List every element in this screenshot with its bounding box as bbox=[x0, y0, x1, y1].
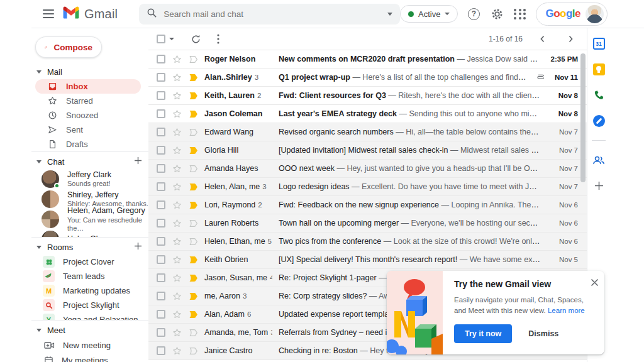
apps-grid-button[interactable] bbox=[513, 6, 528, 21]
star-icon[interactable] bbox=[172, 255, 182, 265]
row-checkbox[interactable] bbox=[157, 237, 165, 246]
close-icon[interactable] bbox=[591, 278, 599, 289]
star-icon[interactable] bbox=[172, 291, 182, 301]
sidebar-item-drafts[interactable]: Drafts bbox=[31, 137, 148, 151]
importance-marker[interactable] bbox=[188, 255, 198, 265]
row-checkbox[interactable] bbox=[157, 219, 165, 228]
dismiss-button[interactable]: Dismiss bbox=[528, 329, 558, 338]
status-selector[interactable]: Active bbox=[400, 5, 458, 23]
mail-section-header[interactable]: Mail bbox=[31, 64, 148, 79]
importance-marker[interactable] bbox=[188, 163, 198, 173]
list-scrollbar[interactable] bbox=[580, 53, 586, 182]
email-row[interactable]: Roger Nelson New comments on MCR2020 dra… bbox=[148, 50, 587, 69]
row-checkbox[interactable] bbox=[157, 346, 165, 355]
sidebar-item-snoozed[interactable]: Snoozed bbox=[31, 108, 148, 123]
row-checkbox[interactable] bbox=[157, 109, 165, 118]
star-icon[interactable] bbox=[172, 163, 182, 173]
search-icon[interactable] bbox=[147, 8, 157, 21]
profile-avatar[interactable] bbox=[586, 5, 604, 23]
star-icon[interactable] bbox=[172, 182, 182, 192]
voice-app-button[interactable] bbox=[592, 89, 606, 102]
row-checkbox[interactable] bbox=[157, 182, 165, 191]
star-icon[interactable] bbox=[172, 346, 182, 356]
room-item[interactable]: M Marketing updates bbox=[31, 283, 148, 298]
email-row[interactable]: Keith, Lauren2 Fwd: Client resources for… bbox=[148, 87, 587, 105]
contacts-app-button[interactable] bbox=[592, 153, 606, 167]
importance-marker[interactable] bbox=[188, 273, 198, 283]
calendar-app-button[interactable]: 31 bbox=[592, 37, 606, 50]
meet-section-header[interactable]: Meet bbox=[31, 322, 148, 337]
add-chat-icon[interactable] bbox=[134, 156, 142, 167]
row-checkbox[interactable] bbox=[157, 255, 165, 264]
star-icon[interactable] bbox=[172, 309, 182, 319]
importance-marker[interactable] bbox=[188, 309, 198, 319]
row-checkbox[interactable] bbox=[157, 91, 165, 100]
importance-marker[interactable] bbox=[188, 346, 198, 356]
row-checkbox[interactable] bbox=[157, 292, 165, 300]
star-icon[interactable] bbox=[172, 54, 182, 64]
email-row[interactable]: Edward Wang Revised organic search numbe… bbox=[148, 123, 587, 141]
email-row[interactable]: Gloria Hill [Updated invitation] Midwest… bbox=[148, 141, 587, 160]
importance-marker[interactable] bbox=[188, 182, 198, 192]
search-input[interactable] bbox=[164, 9, 387, 19]
sidebar-item-sent[interactable]: Sent bbox=[31, 123, 148, 137]
row-checkbox[interactable] bbox=[157, 73, 165, 82]
search-bar[interactable] bbox=[139, 4, 400, 25]
select-all-checkbox[interactable] bbox=[157, 35, 165, 43]
star-icon[interactable] bbox=[172, 109, 182, 119]
compose-button[interactable]: Compose bbox=[35, 36, 102, 58]
rooms-section-header[interactable]: Rooms bbox=[31, 239, 148, 255]
select-options-caret-icon[interactable] bbox=[169, 38, 174, 40]
account-chip[interactable]: Google bbox=[536, 3, 608, 26]
add-room-icon[interactable] bbox=[134, 241, 142, 253]
tasks-app-button[interactable] bbox=[592, 114, 606, 128]
help-button[interactable]: ? bbox=[466, 6, 481, 21]
learn-more-link[interactable]: Learn more bbox=[548, 307, 585, 314]
main-menu-icon[interactable] bbox=[36, 2, 60, 26]
star-icon[interactable] bbox=[172, 90, 182, 101]
refresh-button[interactable] bbox=[188, 31, 203, 47]
older-page-button[interactable] bbox=[563, 31, 578, 47]
row-checkbox[interactable] bbox=[157, 55, 165, 63]
star-icon[interactable] bbox=[172, 236, 182, 246]
sidebar-item-starred[interactable]: Starred bbox=[31, 94, 148, 108]
importance-marker[interactable] bbox=[188, 109, 198, 119]
star-icon[interactable] bbox=[172, 72, 182, 82]
email-row[interactable]: Lori, Raymond2 Fwd: Feedback on the new … bbox=[148, 196, 587, 214]
star-icon[interactable] bbox=[172, 273, 182, 283]
importance-marker[interactable] bbox=[188, 200, 198, 210]
room-item[interactable]: Project Clover bbox=[31, 255, 148, 269]
importance-marker[interactable] bbox=[188, 291, 198, 301]
star-icon[interactable] bbox=[172, 145, 182, 155]
room-item[interactable]: Y Yoga and Relaxation bbox=[31, 312, 148, 320]
importance-marker[interactable] bbox=[188, 72, 198, 82]
importance-marker[interactable] bbox=[188, 327, 198, 337]
sidebar-item-my-meetings[interactable]: My meetings bbox=[31, 353, 148, 362]
keep-app-button[interactable] bbox=[592, 63, 606, 76]
email-row[interactable]: Jason Coleman Last year's EMEA strategy … bbox=[148, 105, 587, 123]
star-icon[interactable] bbox=[172, 327, 182, 337]
row-checkbox[interactable] bbox=[157, 310, 165, 319]
importance-marker[interactable] bbox=[188, 127, 198, 137]
try-it-now-button[interactable]: Try it now bbox=[454, 324, 512, 343]
get-addons-button[interactable] bbox=[592, 179, 606, 192]
chat-item[interactable]: Jeffery Clark Sounds great! bbox=[31, 169, 148, 189]
search-options-caret-icon[interactable] bbox=[387, 13, 392, 16]
row-checkbox[interactable] bbox=[157, 128, 165, 136]
chat-item[interactable]: Helen, Adam, Gregory You: Can we resched… bbox=[31, 209, 148, 229]
newer-page-button[interactable] bbox=[535, 31, 550, 47]
sidebar-item-inbox[interactable]: Inbox bbox=[35, 79, 141, 94]
star-icon[interactable] bbox=[172, 218, 182, 228]
star-icon[interactable] bbox=[172, 127, 182, 137]
importance-marker[interactable] bbox=[188, 236, 198, 246]
email-row[interactable]: Helen, Alan, me3 Logo redesign ideas — E… bbox=[148, 178, 587, 196]
row-checkbox[interactable] bbox=[157, 273, 165, 282]
more-options-button[interactable] bbox=[211, 31, 226, 47]
email-row[interactable]: Keith Obrien [UX] Special delivery! This… bbox=[148, 251, 587, 269]
room-item[interactable]: Project Skylight bbox=[31, 298, 148, 312]
star-icon[interactable] bbox=[172, 200, 182, 210]
email-row[interactable]: Lauren Roberts Town hall on the upcoming… bbox=[148, 214, 587, 233]
settings-button[interactable] bbox=[489, 6, 504, 21]
room-item[interactable]: Team leads bbox=[31, 269, 148, 283]
importance-marker[interactable] bbox=[188, 218, 198, 228]
